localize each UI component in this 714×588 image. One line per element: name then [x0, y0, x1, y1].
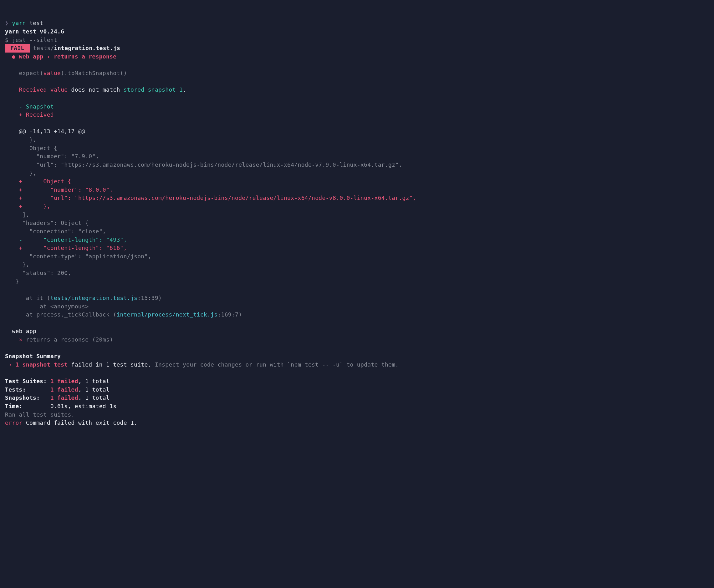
diff-hunk-header: @@ -14,13 +14,17 @@ [19, 128, 85, 134]
diff-line: } [5, 278, 19, 285]
summary-suites-rest: , 1 total [78, 378, 109, 384]
fail-badge: FAIL [5, 44, 30, 52]
terminal-output: ❯ yarn test yarn test v0.24.6 $ jest --s… [5, 19, 709, 427]
expect-value: value [43, 70, 61, 76]
diff-line: }, [5, 136, 36, 143]
diff-add-line: + }, [19, 203, 50, 210]
diff-line: }, [5, 170, 36, 176]
diff-line: "status": 200, [5, 270, 72, 276]
diff-line: }, [5, 261, 29, 268]
test-result-text: returns a response (20ms) [26, 336, 113, 343]
received-value-label: Received value [19, 86, 68, 93]
command-arg: test [29, 20, 43, 26]
stack-location: tests/integration.test.js [50, 295, 137, 301]
diff-line: "connection": "close", [5, 228, 106, 235]
test-path-dir: tests/ [33, 45, 54, 51]
test-path-file: integration.test.js [54, 45, 120, 51]
snapshot-marker: - Snapshot [19, 103, 54, 110]
summary-tests-label: Tests: [5, 386, 50, 393]
stack-location: internal/process/next_tick.js [116, 311, 218, 318]
summary-tests-rest: , 1 total [78, 386, 109, 393]
expect-part1: expect( [19, 70, 43, 76]
summary-time-value: 0.61s, estimated 1s [50, 403, 117, 410]
jest-command-line: $ jest --silent [5, 37, 57, 43]
diff-add-line: + Object { [19, 178, 72, 185]
command-name: yarn [12, 20, 26, 26]
prompt-arrow: ❯ [5, 20, 8, 26]
fail-x-icon: ✕ [19, 336, 22, 343]
diff-line: "number": "7.9.0", [5, 153, 99, 160]
summary-time-label: Time: [5, 403, 50, 410]
stack-line-end: :15:39) [137, 295, 162, 301]
summary-suites-label: Test Suites: [5, 378, 50, 384]
diff-line: ], [5, 211, 29, 218]
failing-test-title: web app › returns a response [19, 53, 117, 60]
stored-snapshot-label: stored snapshot 1 [124, 86, 183, 93]
summary-bullet: › [5, 361, 12, 368]
stack-line: at process._tickCallback ( [5, 311, 116, 318]
diff-line: "headers": Object { [5, 219, 88, 226]
yarn-version-line: yarn test v0.24.6 [5, 28, 64, 35]
received-end: . [183, 86, 186, 93]
bullet-icon: ● [12, 53, 15, 60]
error-label: error [5, 419, 22, 426]
received-mid: does not match [67, 86, 123, 93]
summary-snaps-label: Snapshots: [5, 394, 50, 401]
diff-line: "url": "https://s3.amazonaws.com/heroku-… [5, 161, 402, 168]
snapshot-fail-count: 1 snapshot test [15, 361, 67, 368]
diff-remove-line: - "content-length": "493", [19, 236, 127, 243]
summary-suites-fail: 1 failed [50, 378, 78, 384]
snapshot-summary-rest: failed in 1 test suite. [67, 361, 151, 368]
error-message: Command failed with exit code 1. [22, 419, 138, 426]
snapshot-summary-title: Snapshot Summary [5, 353, 61, 359]
stack-line: at it ( [5, 295, 50, 301]
diff-add-line: + "content-length": "616", [19, 245, 127, 251]
stack-line-end: :169:7) [218, 311, 242, 318]
diff-line: Object { [5, 145, 57, 151]
diff-line: "content-type": "application/json", [5, 253, 151, 259]
expect-part3: ).toMatchSnapshot() [61, 70, 127, 76]
diff-add-line: + "url": "https://s3.amazonaws.com/herok… [19, 194, 416, 201]
summary-snaps-fail: 1 failed [50, 394, 78, 401]
received-marker: + Received [19, 111, 54, 118]
snapshot-summary-hint: Inspect your code changes or run with `n… [151, 361, 399, 368]
diff-add-line: + "number": "8.0.0", [19, 186, 113, 193]
summary-tests-fail: 1 failed [50, 386, 78, 393]
stack-line: at <anonymous> [5, 303, 88, 310]
summary-snaps-rest: , 1 total [78, 394, 109, 401]
suite-name: web app [5, 328, 36, 334]
ran-all-line: Ran all test suites. [5, 411, 75, 418]
